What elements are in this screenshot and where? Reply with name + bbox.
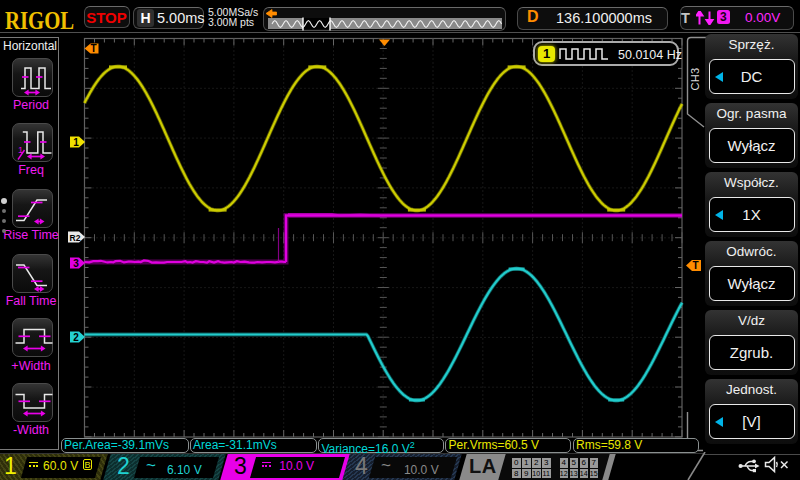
svg-text:R2: R2 xyxy=(70,233,81,243)
svg-text:T: T xyxy=(90,43,96,54)
svg-text:3: 3 xyxy=(73,258,79,269)
svg-text:2: 2 xyxy=(73,332,79,343)
svg-text:T: T xyxy=(692,260,698,271)
svg-text:1: 1 xyxy=(73,137,79,148)
